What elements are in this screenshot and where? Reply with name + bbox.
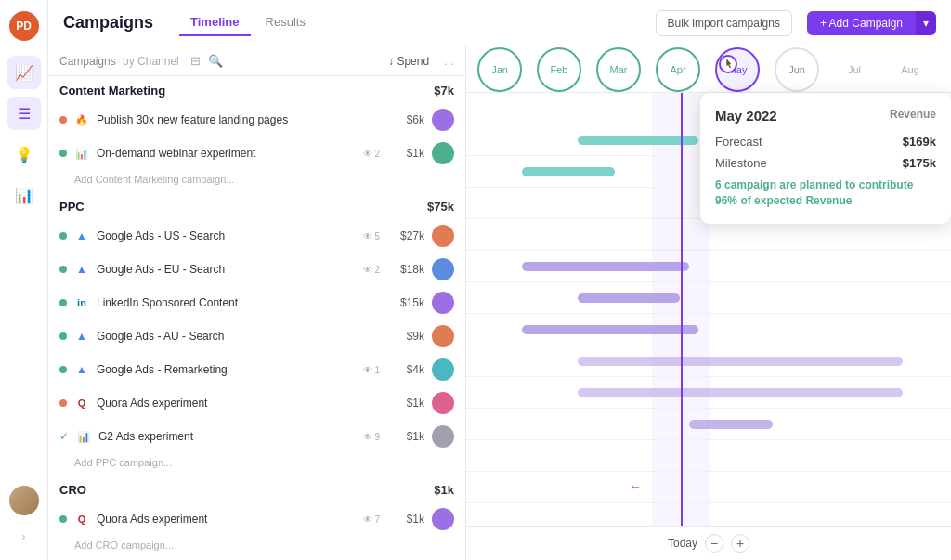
gantt-header: Jan Feb Mar Apr May Jun Jul Aug [466,46,951,93]
badge: 👁 1 [363,365,380,375]
gantt-section-cro [466,503,951,526]
zoom-out-button[interactable]: − [705,534,723,553]
status-dot [59,515,67,523]
list-item[interactable]: ▲ Google Ads - Remarketing 👁 1 $4k [48,353,465,386]
list-item[interactable]: Q Quora Ads experiment $1k [48,386,465,420]
status-dot [59,150,67,157]
user-avatar[interactable] [9,486,39,515]
gantt-add-ppc-row: ← [466,472,951,503]
add-campaign-group: + Add Campaign ▾ [807,11,936,35]
gantt-row [466,377,951,409]
section-title-cro: CRO [59,483,86,497]
gantt-row [466,282,951,314]
google-ads-icon: ▲ [74,228,89,243]
more-options-icon[interactable]: ... [444,54,454,68]
tab-results[interactable]: Results [254,9,317,36]
badge: 👁 9 [363,432,380,442]
tooltip-header: May 2022 Revenue [715,108,936,124]
sidebar-collapse-button[interactable]: › [7,523,41,549]
badge: 👁 2 [363,265,380,275]
tooltip-description: 6 campaign are planned to contribute 96%… [715,177,936,209]
add-content-marketing-link[interactable]: Add Content Marketing campaign... [48,170,465,192]
google-ads-icon: ▲ [74,362,89,377]
tab-timeline[interactable]: Timeline [179,9,251,36]
g2-icon: 📊 [76,429,91,444]
avatar [432,508,454,530]
status-dot [59,399,67,407]
avatar [432,425,454,448]
search-icon[interactable]: 🔍 [208,54,223,68]
sidebar-item-list[interactable]: ☰ [7,97,41,130]
campaign-name: LinkedIn Sponsored Content [97,296,380,309]
campaign-spend: $15k [387,296,424,309]
list-item[interactable]: Q Quora Ads experiment 👁 7 $1k [48,502,465,536]
campaign-spend: $1k [387,147,424,160]
tooltip-forecast-label: Forecast [715,135,762,149]
status-dot [59,266,67,273]
table-body: Content Marketing $7k 🔥 Publish 30x new … [48,76,465,560]
list-item[interactable]: in LinkedIn Sponsored Content $15k [48,286,465,319]
gantt-footer: Today − + [466,526,951,560]
gantt-row [466,440,951,472]
section-title-content-marketing: Content Marketing [59,84,165,98]
month-apr[interactable]: Apr [656,47,700,92]
list-item[interactable]: ✓ 📊 G2 Ads experiment 👁 9 $1k [48,420,465,453]
campaign-name: Google Ads - Remarketing [97,363,352,376]
status-dot [59,232,67,240]
zoom-in-button[interactable]: + [731,534,749,553]
section-ppc: PPC $75k [48,192,465,219]
month-feb[interactable]: Feb [537,47,581,92]
header: Campaigns Timeline Results Bulk import c… [48,0,951,46]
section-spend-cro: $1k [434,483,454,497]
section-title-ppc: PPC [59,200,85,214]
campaign-spend: $9k [387,330,424,343]
list-item[interactable]: 📊 On-demand webinar experiment 👁 2 $1k [48,137,465,170]
add-campaign-dropdown-button[interactable]: ▾ [916,11,936,35]
list-item[interactable]: ▲ Google Ads - US - Search 👁 5 $27k [48,219,465,253]
table-panel: Campaigns by Channel ⊟ 🔍 ↓ Spend ... [48,46,466,560]
bulk-import-button[interactable]: Bulk import campaigns [656,10,792,36]
quora-icon: Q [74,396,89,410]
month-mar[interactable]: Mar [596,47,641,92]
today-button[interactable]: Today [668,537,697,550]
list-item[interactable]: 🔥 Publish 30x new feature landing pages … [48,103,465,137]
gantt-section-ppc [466,219,951,251]
gantt-bar [522,262,689,271]
month-jun[interactable]: Jun [775,47,819,92]
list-item[interactable]: ▲ Google Ads - AU - Search $9k [48,319,465,353]
channel-icon: 🔥 [74,112,89,127]
gantt-row [466,314,951,345]
sidebar: PD 📈 ☰ 💡 📊 › [0,0,48,560]
content-area: Campaigns by Channel ⊟ 🔍 ↓ Spend ... [48,46,951,560]
avatar [432,392,454,414]
campaign-name: On-demand webinar experiment [97,147,352,160]
add-ppc-link[interactable]: Add PPC campaign... [48,453,465,475]
section-cro: CRO $1k [48,475,465,502]
campaign-spend: $1k [387,430,424,443]
arrow-indicator: ← [629,479,642,494]
campaign-name: G2 Ads experiment [98,430,352,443]
quora-icon: Q [74,512,89,527]
sidebar-item-trends[interactable]: 📈 [7,56,41,89]
check-icon: ✓ [59,430,69,443]
tooltip-milestone-value: $175k [903,156,936,170]
sidebar-item-ideas[interactable]: 💡 [7,137,41,171]
list-item[interactable]: ▲ Google Ads - EU - Search 👁 2 $18k [48,253,465,286]
gantt-bar [578,136,698,145]
month-jan[interactable]: Jan [477,47,522,92]
add-cro-link[interactable]: Add CRO campaign... [48,536,465,558]
add-campaign-button[interactable]: + Add Campaign [807,11,916,35]
month-sep: Sep [938,64,951,75]
tooltip-milestone-row: Milestone $175k [715,156,936,170]
status-dot [59,332,67,340]
avatar [432,109,454,131]
campaign-name: Quora Ads experiment [97,397,380,410]
campaign-name: Publish 30x new feature landing pages [97,113,380,126]
filter-icon[interactable]: ⊟ [190,54,201,68]
campaign-spend: $1k [387,397,424,410]
badge: 👁 2 [363,149,380,159]
gantt-row [466,409,951,440]
gantt-bar [522,167,615,176]
sidebar-item-analytics[interactable]: 📊 [7,178,41,212]
campaign-spend: $18k [387,263,424,276]
